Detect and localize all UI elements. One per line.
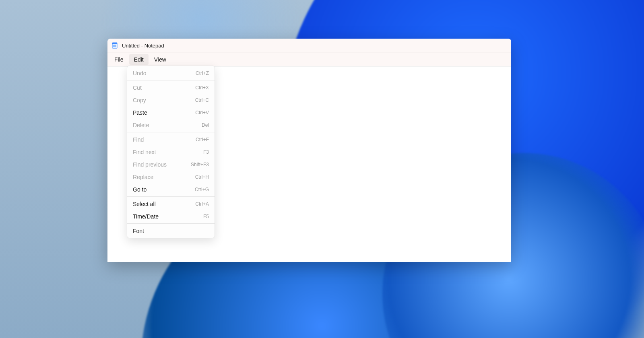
menu-view[interactable]: View [149,54,171,65]
menu-item-goto[interactable]: Go to Ctrl+G [127,183,215,196]
menu-item-label: Undo [133,70,146,76]
menu-item-paste[interactable]: Paste Ctrl+V [127,106,215,119]
titlebar[interactable]: Untitled - Notepad [107,39,511,53]
menu-item-undo[interactable]: Undo Ctrl+Z [127,67,215,79]
window-title: Untitled - Notepad [122,43,164,49]
menubar: File Edit View [107,53,511,66]
menu-item-find-next[interactable]: Find next F3 [127,146,215,158]
menu-item-copy[interactable]: Copy Ctrl+C [127,94,215,106]
menu-item-find-previous[interactable]: Find previous Shift+F3 [127,158,215,171]
menu-item-shortcut: Ctrl+V [195,110,209,115]
menu-item-time-date[interactable]: Time/Date F5 [127,210,215,223]
menu-item-label: Find next [133,149,156,155]
menu-item-label: Delete [133,122,149,128]
menu-item-shortcut: Ctrl+C [195,97,209,103]
menu-item-font[interactable]: Font [127,225,215,237]
menu-item-replace[interactable]: Replace Ctrl+H [127,171,215,183]
menu-separator [127,132,215,132]
menu-item-label: Paste [133,109,147,116]
menu-item-shortcut: Shift+F3 [191,162,209,167]
menu-item-label: Go to [133,186,147,193]
notepad-icon [111,42,118,49]
menu-item-label: Cut [133,84,142,91]
menu-separator [127,196,215,197]
menu-item-label: Time/Date [133,213,159,220]
desktop-wallpaper: Untitled - Notepad File Edit View Undo C… [0,0,644,338]
menu-item-shortcut: Ctrl+H [195,174,209,180]
menu-item-label: Find previous [133,161,167,168]
menu-item-shortcut: Ctrl+G [195,187,209,192]
menu-edit[interactable]: Edit [129,54,149,65]
menu-item-shortcut: Ctrl+A [195,201,209,207]
menu-item-label: Copy [133,97,146,103]
menu-item-delete[interactable]: Delete Del [127,119,215,131]
notepad-window: Untitled - Notepad File Edit View Undo C… [107,39,511,262]
menu-item-shortcut: F3 [203,149,209,155]
menu-file[interactable]: File [109,54,128,65]
menu-item-shortcut: Ctrl+X [195,85,209,91]
menu-item-label: Replace [133,174,153,180]
menu-separator [127,223,215,224]
menu-item-label: Font [133,228,144,234]
menu-separator [127,80,215,80]
menu-item-cut[interactable]: Cut Ctrl+X [127,81,215,94]
menu-item-find[interactable]: Find Ctrl+F [127,133,215,146]
svg-rect-1 [112,43,117,44]
menu-item-shortcut: F5 [203,214,209,219]
menu-item-select-all[interactable]: Select all Ctrl+A [127,198,215,210]
menu-item-label: Select all [133,201,156,207]
menu-item-shortcut: Ctrl+F [196,137,209,142]
edit-dropdown-menu: Undo Ctrl+Z Cut Ctrl+X Copy Ctrl+C Paste… [127,66,215,238]
menu-item-shortcut: Ctrl+Z [196,70,209,76]
menu-item-shortcut: Del [202,122,209,128]
menu-item-label: Find [133,136,144,143]
